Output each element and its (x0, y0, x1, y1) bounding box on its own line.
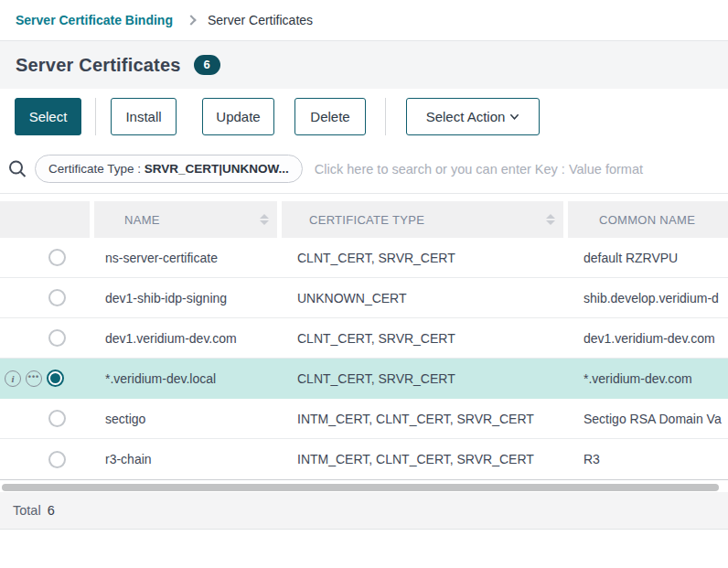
horizontal-scrollbar (0, 484, 728, 491)
cell-certificate-type: INTM_CERT, CLNT_CERT, SRVR_CERT (286, 412, 573, 426)
filter-chip-certificate-type[interactable]: Certificate Type : SRVR_CERT|UNKNOW... (35, 155, 303, 183)
count-badge: 6 (194, 55, 220, 75)
breadcrumb: Server Certificate Binding Server Certif… (0, 0, 728, 41)
row-radio-button[interactable] (48, 451, 66, 468)
install-button[interactable]: Install (111, 98, 177, 135)
cell-certificate-type: CLNT_CERT, SRVR_CERT (286, 371, 573, 386)
title-bar: Server Certificates 6 (0, 41, 728, 89)
cell-name: dev1-shib-idp-signing (94, 291, 286, 305)
toolbar: Select Install Update Delete Select Acti… (15, 98, 728, 135)
divider (0, 193, 728, 194)
cell-name: *.veridium-dev.local (94, 371, 286, 386)
column-header-common-name-label: COMMON NAME (599, 213, 695, 227)
row-radio-button[interactable] (48, 289, 66, 306)
cell-certificate-type: CLNT_CERT, SRVR_CERT (286, 331, 573, 346)
toolbar-divider (385, 98, 386, 135)
column-header-certificate-type[interactable]: CERTIFICATE TYPE (282, 201, 563, 238)
cell-certificate-type: INTM_CERT, CLNT_CERT, SRVR_CERT (286, 452, 573, 466)
cell-name: ns-server-certificate (94, 251, 286, 265)
cell-name: dev1.veridium-dev.com (94, 331, 286, 346)
breadcrumb-current: Server Certificates (208, 13, 313, 27)
row-radio-button[interactable] (48, 249, 66, 266)
select-action-dropdown[interactable]: Select Action (406, 98, 540, 135)
table-header: NAME CERTIFICATE TYPE COMMON NAME (0, 201, 728, 238)
column-header-name[interactable]: NAME (94, 201, 277, 238)
page-title: Server Certificates (16, 55, 181, 76)
filter-chip-value: SRVR_CERT|UNKNOW... (145, 162, 289, 176)
chevron-right-icon (186, 15, 196, 25)
search-input[interactable] (315, 162, 728, 177)
select-action-label: Select Action (426, 109, 506, 124)
ellipsis-menu-icon[interactable]: ••• (26, 370, 42, 387)
cell-certificate-type: CLNT_CERT, SRVR_CERT (286, 251, 573, 265)
table-row[interactable]: sectigo INTM_CERT, CLNT_CERT, SRVR_CERT … (0, 399, 728, 439)
column-header-certificate-type-label: CERTIFICATE TYPE (309, 213, 424, 227)
table-row[interactable]: dev1-shib-idp-signing UNKNOWN_CERT shib.… (0, 278, 728, 318)
toolbar-divider (95, 98, 96, 135)
cell-common-name: Sectigo RSA Domain Va (573, 412, 728, 426)
row-radio-button[interactable] (48, 329, 66, 347)
table-row[interactable]: ns-server-certificate CLNT_CERT, SRVR_CE… (0, 238, 728, 278)
update-button[interactable]: Update (202, 98, 274, 135)
cell-name: r3-chain (94, 452, 286, 466)
cell-common-name: dev1.veridium-dev.com (573, 331, 728, 346)
breadcrumb-link-server-certificate-binding[interactable]: Server Certificate Binding (16, 13, 173, 27)
total-label: Total (13, 503, 41, 518)
search-icon (7, 159, 27, 179)
cell-common-name: shib.develop.veridium-d (573, 291, 728, 305)
table-row[interactable]: r3-chain INTM_CERT, CLNT_CERT, SRVR_CERT… (0, 439, 728, 479)
column-header-name-label: NAME (124, 213, 160, 227)
select-button[interactable]: Select (15, 98, 81, 135)
delete-button[interactable]: Delete (294, 98, 366, 135)
chevron-down-icon (509, 112, 519, 122)
total-value: 6 (48, 503, 55, 518)
sort-icon[interactable] (546, 214, 555, 225)
column-header-common-name[interactable]: COMMON NAME (568, 201, 728, 238)
sort-icon[interactable] (260, 214, 269, 225)
cell-common-name: *.veridium-dev.com (573, 371, 728, 386)
table-row[interactable]: dev1.veridium-dev.com CLNT_CERT, SRVR_CE… (0, 318, 728, 359)
cell-name: sectigo (94, 412, 286, 426)
horizontal-scrollbar-thumb[interactable] (2, 484, 719, 491)
search-bar: Certificate Type : SRVR_CERT|UNKNOW... (0, 155, 728, 183)
table-footer: Total 6 (0, 492, 728, 530)
info-icon[interactable]: i (5, 370, 21, 387)
cell-common-name: default RZRVPU (573, 251, 728, 265)
row-radio-button-checked[interactable] (47, 370, 64, 387)
table-body: ns-server-certificate CLNT_CERT, SRVR_CE… (0, 238, 728, 480)
column-header-select (0, 201, 90, 238)
table-row-selected[interactable]: i ••• *.veridium-dev.local CLNT_CERT, SR… (0, 359, 728, 399)
filter-chip-key: Certificate Type : (48, 162, 141, 176)
row-radio-button[interactable] (48, 410, 66, 427)
cell-certificate-type: UNKNOWN_CERT (286, 291, 573, 305)
cell-common-name: R3 (573, 452, 728, 466)
